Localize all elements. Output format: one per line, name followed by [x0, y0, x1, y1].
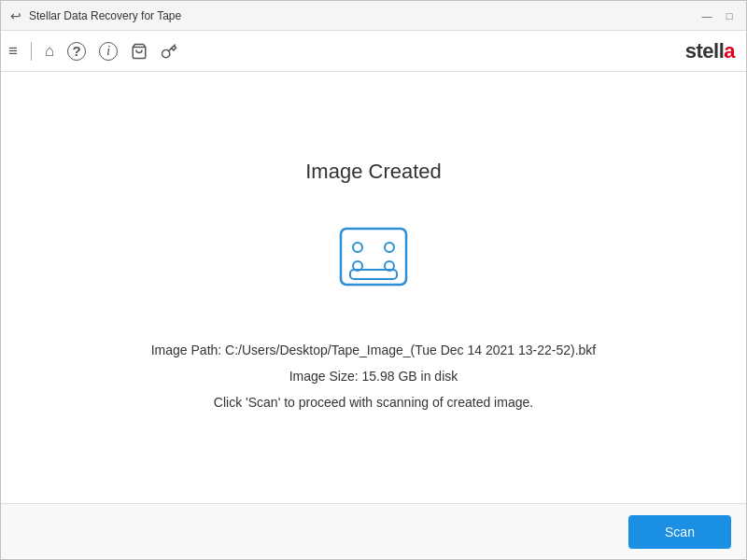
- info-section: Image Path: C:/Users/Desktop/Tape_Image_…: [151, 337, 597, 415]
- minimize-button[interactable]: —: [699, 8, 714, 23]
- title-bar-controls: — □: [699, 8, 737, 23]
- help-circle-icon[interactable]: ?: [67, 42, 86, 61]
- home-icon[interactable]: ⌂: [45, 42, 54, 61]
- main-content: Image Created Image Path: C:/Users/Deskt…: [1, 72, 746, 503]
- toolbar-divider: [31, 42, 32, 61]
- info-icon[interactable]: i: [99, 42, 118, 61]
- maximize-button[interactable]: □: [722, 8, 737, 23]
- toolbar-icons: ≡ ⌂ ? i: [8, 42, 177, 61]
- image-path-label: Image Path: C:/Users/Desktop/Tape_Image_…: [151, 337, 597, 363]
- tape-drive-icon: [327, 212, 420, 309]
- scan-button[interactable]: Scan: [628, 515, 731, 549]
- app-logo: stella: [685, 39, 735, 63]
- title-bar-left: ↩ Stellar Data Recovery for Tape: [10, 8, 181, 23]
- svg-point-4: [385, 243, 394, 252]
- menu-icon[interactable]: ≡: [8, 42, 18, 61]
- back-icon[interactable]: ↩: [10, 8, 21, 23]
- image-size-label: Image Size: 15.98 GB in disk: [151, 363, 597, 389]
- app-window: ↩ Stellar Data Recovery for Tape — □ ≡ ⌂…: [0, 0, 747, 560]
- title-bar: ↩ Stellar Data Recovery for Tape — □: [1, 1, 746, 31]
- key-icon[interactable]: [161, 43, 177, 60]
- window-title: Stellar Data Recovery for Tape: [29, 9, 181, 22]
- page-title: Image Created: [305, 160, 442, 184]
- cart-icon[interactable]: [131, 43, 148, 60]
- instruction-label: Click 'Scan' to proceed with scanning of…: [151, 389, 597, 415]
- bottom-bar: Scan: [1, 503, 746, 559]
- svg-point-3: [353, 243, 362, 252]
- toolbar: ≡ ⌂ ? i stella: [1, 31, 746, 72]
